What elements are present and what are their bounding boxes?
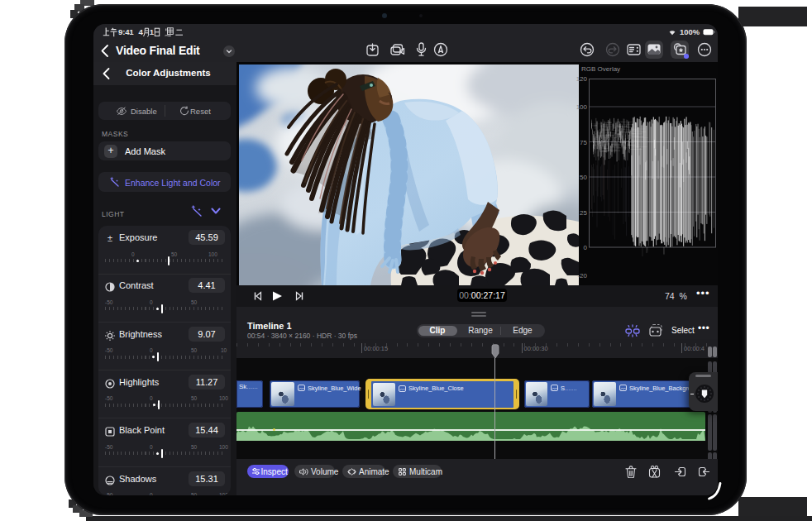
svg-text:±: ± bbox=[107, 234, 112, 243]
